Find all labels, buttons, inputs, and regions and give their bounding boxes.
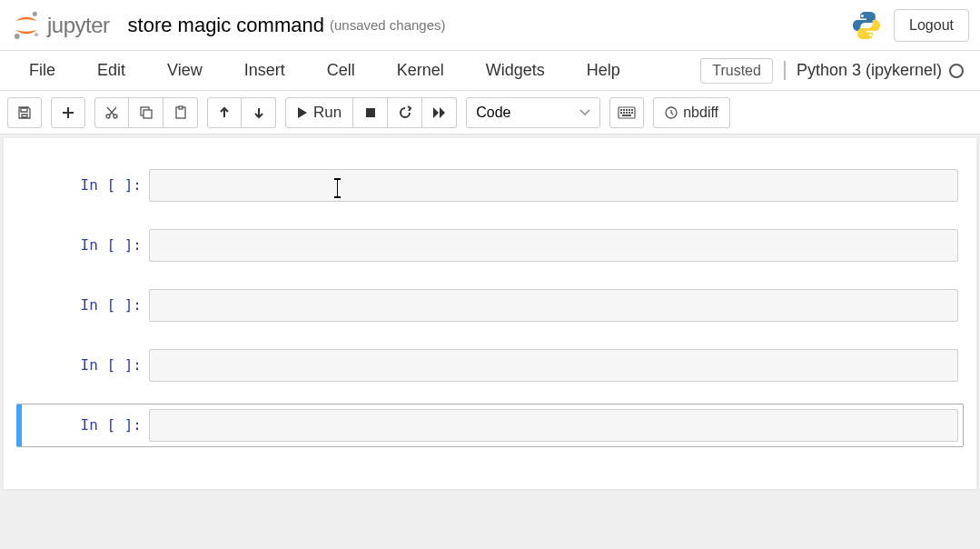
svg-point-1 — [15, 33, 20, 38]
cell-input-area[interactable] — [149, 169, 958, 202]
kernel-status-icon — [949, 64, 964, 78]
cut-button[interactable] — [94, 97, 129, 128]
arrow-down-icon — [252, 106, 265, 119]
scissors-icon — [104, 105, 119, 120]
kernel-indicator: Python 3 (ipykernel) — [784, 61, 964, 80]
svg-point-5 — [106, 115, 110, 118]
svg-rect-21 — [629, 112, 630, 114]
svg-point-2 — [35, 33, 38, 36]
cell-input-area[interactable] — [149, 229, 958, 262]
menu-kernel[interactable]: Kernel — [384, 55, 457, 85]
python-logo-icon — [850, 9, 883, 42]
menu-help[interactable]: Help — [574, 55, 633, 85]
svg-rect-18 — [620, 112, 622, 114]
play-icon — [297, 106, 308, 119]
nbdiff-button[interactable]: nbdiff — [653, 97, 730, 128]
svg-rect-15 — [626, 109, 628, 111]
paste-button[interactable] — [163, 97, 198, 128]
cell-input-area[interactable] — [149, 349, 958, 382]
svg-rect-10 — [179, 106, 183, 109]
run-button-label: Run — [313, 104, 342, 122]
arrow-up-icon — [218, 106, 231, 119]
save-status: (unsaved changes) — [330, 17, 446, 33]
svg-rect-17 — [631, 109, 633, 111]
menu-cell[interactable]: Cell — [314, 55, 368, 85]
svg-rect-11 — [366, 108, 375, 117]
menu-edit[interactable]: Edit — [84, 55, 138, 85]
logout-button[interactable]: Logout — [894, 9, 969, 42]
header: jupyter store magic command (unsaved cha… — [0, 0, 980, 51]
menu-view[interactable]: View — [154, 55, 215, 85]
svg-rect-8 — [144, 110, 152, 118]
save-icon — [17, 105, 32, 120]
copy-icon — [139, 105, 153, 120]
paste-icon — [173, 105, 188, 120]
keyboard-icon — [618, 106, 636, 119]
svg-point-6 — [114, 115, 117, 118]
jupyter-logo-icon — [11, 10, 42, 41]
command-palette-button[interactable] — [609, 97, 644, 128]
svg-rect-16 — [629, 109, 630, 111]
move-cell-up-button[interactable] — [207, 97, 242, 128]
menu-file[interactable]: File — [16, 55, 68, 85]
notebook-container: In [ ]:In [ ]:In [ ]:In [ ]:In [ ]: — [4, 138, 976, 489]
menu-insert[interactable]: Insert — [232, 55, 298, 85]
jupyter-logo-wrap[interactable]: jupyter — [11, 10, 110, 41]
code-cell[interactable]: In [ ]: — [16, 344, 964, 387]
svg-rect-14 — [623, 109, 625, 111]
input-prompt: In [ ]: — [22, 409, 149, 442]
code-cell[interactable]: In [ ]: — [16, 404, 964, 447]
restart-button[interactable] — [388, 97, 422, 128]
fast-forward-icon — [432, 106, 447, 119]
save-button[interactable] — [7, 97, 42, 128]
input-prompt: In [ ]: — [22, 349, 149, 382]
code-cell[interactable]: In [ ]: — [16, 284, 964, 327]
insert-cell-below-button[interactable] — [51, 97, 85, 128]
kernel-name[interactable]: Python 3 (ipykernel) — [797, 61, 942, 80]
celltype-selected-label: Code — [476, 105, 510, 121]
code-cell[interactable]: In [ ]: — [16, 164, 964, 207]
svg-rect-20 — [626, 112, 628, 114]
svg-point-3 — [861, 15, 864, 17]
restart-icon — [398, 105, 412, 120]
input-prompt: In [ ]: — [22, 229, 149, 262]
jupyter-logo-text: jupyter — [47, 13, 110, 38]
nbdiff-label: nbdiff — [683, 105, 718, 121]
clock-icon — [665, 106, 678, 119]
move-cell-down-button[interactable] — [242, 97, 276, 128]
menubar: File Edit View Insert Cell Kernel Widget… — [0, 51, 980, 91]
svg-rect-22 — [631, 112, 633, 114]
svg-rect-13 — [620, 109, 622, 111]
run-button[interactable]: Run — [285, 97, 353, 128]
plus-icon — [62, 106, 74, 119]
notebook-title[interactable]: store magic command — [128, 14, 324, 37]
celltype-select[interactable]: Code — [466, 97, 600, 128]
input-prompt: In [ ]: — [22, 169, 149, 202]
text-cursor-icon — [337, 180, 338, 196]
cell-input-area[interactable] — [149, 409, 958, 442]
cell-input-area[interactable] — [149, 289, 958, 322]
svg-rect-23 — [622, 115, 631, 116]
copy-button[interactable] — [129, 97, 163, 128]
stop-icon — [365, 107, 376, 118]
trusted-button[interactable]: Trusted — [700, 58, 773, 84]
svg-rect-19 — [623, 112, 625, 114]
notebook-area: In [ ]:In [ ]:In [ ]:In [ ]:In [ ]: — [0, 135, 980, 549]
svg-point-4 — [869, 34, 872, 36]
toolbar: Run Code nbdiff — [0, 91, 980, 135]
restart-run-all-button[interactable] — [422, 97, 457, 128]
menu-widgets[interactable]: Widgets — [473, 55, 558, 85]
chevron-down-icon — [579, 109, 590, 116]
svg-point-0 — [33, 11, 37, 15]
input-prompt: In [ ]: — [22, 289, 149, 322]
interrupt-button[interactable] — [353, 97, 388, 128]
code-cell[interactable]: In [ ]: — [16, 224, 964, 267]
